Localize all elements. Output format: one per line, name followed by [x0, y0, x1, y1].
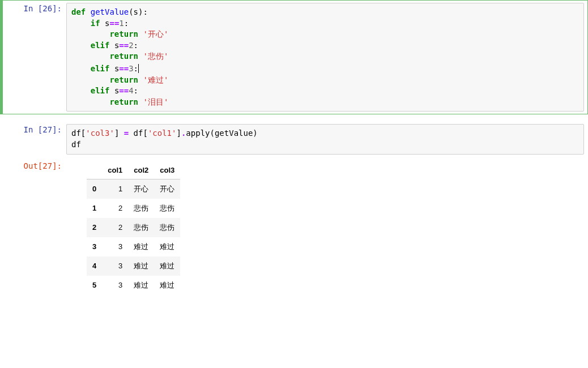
- prompt-in-label: In [26]:: [24, 4, 62, 13]
- cell-value: 开心: [128, 179, 154, 199]
- table-row: 12悲伤悲伤: [87, 199, 180, 218]
- code-text: df: [71, 140, 81, 149]
- cell-value: 悲伤: [128, 218, 154, 237]
- table-header-row: col1 col2 col3: [87, 161, 180, 179]
- colon: :: [124, 19, 129, 28]
- cell-value: 难过: [128, 256, 154, 276]
- cell-value: 难过: [128, 237, 154, 256]
- cell-value: 1: [102, 179, 128, 199]
- prompt-in-label: In [27]:: [24, 125, 62, 134]
- code-cell-27[interactable]: In [27]: df['col3'] = df['col1'].apply(g…: [0, 121, 588, 157]
- colon: :: [134, 41, 138, 50]
- operator-eq: ==: [119, 86, 129, 95]
- string-sad: '悲伤': [143, 52, 168, 61]
- keyword-elif: elif: [91, 64, 110, 73]
- string-tears: '泪目': [143, 97, 168, 106]
- table-row: 53难过难过: [87, 276, 180, 295]
- arg-s: s: [134, 7, 138, 16]
- output-cell-27: Out[27]: col1 col2 col3 01开心开心12悲伤悲伤22悲伤…: [0, 157, 588, 299]
- cell-value: 3: [102, 276, 128, 295]
- output-area: col1 col2 col3 01开心开心12悲伤悲伤22悲伤悲伤33难过难过4…: [66, 158, 587, 298]
- string-upset: '难过': [143, 75, 168, 84]
- num-3: 3: [129, 64, 133, 73]
- code-editor[interactable]: df['col3'] = df['col1'].apply(getValue) …: [66, 124, 584, 154]
- function-name: getValue: [91, 7, 129, 16]
- code-text: ]: [176, 129, 181, 138]
- row-index: 1: [87, 199, 102, 218]
- cell-value: 3: [102, 237, 128, 256]
- keyword-return: return: [109, 52, 138, 61]
- prompt-out-label: Out[27]:: [24, 161, 62, 170]
- colon: :: [143, 7, 147, 16]
- cell-value: 开心: [154, 179, 180, 199]
- cell-value: 难过: [154, 237, 180, 256]
- row-index: 2: [87, 218, 102, 237]
- row-index: 4: [87, 256, 102, 276]
- keyword-def: def: [71, 7, 86, 16]
- input-prompt: In [26]:: [3, 1, 66, 114]
- table-header-col3: col3: [154, 161, 180, 179]
- operator-eq: ==: [119, 64, 129, 73]
- operator-assign: =: [124, 129, 129, 138]
- cell-value: 难过: [154, 256, 180, 276]
- code-text: df[: [71, 129, 86, 138]
- string-col3: 'col3': [86, 129, 114, 138]
- code-text: df[: [129, 129, 148, 138]
- table-header-index: [87, 161, 102, 179]
- row-index: 0: [87, 179, 102, 199]
- cell-value: 2: [102, 218, 128, 237]
- code-text: apply(getValue): [186, 129, 257, 138]
- colon: :: [134, 86, 138, 95]
- table-row: 22悲伤悲伤: [87, 218, 180, 237]
- keyword-return: return: [109, 29, 138, 38]
- keyword-elif: elif: [91, 86, 110, 95]
- table-row: 01开心开心: [87, 179, 180, 199]
- keyword-elif: elif: [91, 41, 110, 50]
- table-row: 33难过难过: [87, 237, 180, 256]
- num-2: 2: [129, 41, 133, 50]
- keyword-return: return: [109, 97, 138, 106]
- colon: :: [134, 64, 138, 73]
- string-happy: '开心': [143, 29, 168, 38]
- row-index: 5: [87, 276, 102, 295]
- num-4: 4: [129, 86, 133, 95]
- cell-value: 悲伤: [154, 199, 180, 218]
- cell-value: 悲伤: [128, 199, 154, 218]
- table-row: 43难过难过: [87, 256, 180, 276]
- num-1: 1: [119, 19, 123, 28]
- table-header-col1: col1: [102, 161, 128, 179]
- code-editor[interactable]: def getValue(s): if s==1: return '开心' el…: [66, 3, 584, 112]
- cell-value: 悲伤: [154, 218, 180, 237]
- code-text: ]: [114, 129, 124, 138]
- operator-eq: ==: [109, 19, 119, 28]
- keyword-if: if: [91, 19, 100, 28]
- text-cursor: [138, 64, 139, 73]
- input-prompt: In [27]:: [3, 122, 66, 156]
- paren-open: (: [129, 7, 133, 16]
- code-cell-26[interactable]: In [26]: def getValue(s): if s==1: retur…: [0, 0, 588, 114]
- keyword-return: return: [109, 75, 138, 84]
- string-col1: 'col1': [148, 129, 177, 138]
- cell-value: 难过: [154, 276, 180, 295]
- table-header-col2: col2: [128, 161, 154, 179]
- cell-value: 2: [102, 199, 128, 218]
- operator-eq: ==: [119, 41, 129, 50]
- cell-value: 3: [102, 256, 128, 276]
- output-prompt: Out[27]:: [3, 158, 66, 298]
- cell-value: 难过: [128, 276, 154, 295]
- dataframe-table: col1 col2 col3 01开心开心12悲伤悲伤22悲伤悲伤33难过难过4…: [87, 161, 180, 295]
- row-index: 3: [87, 237, 102, 256]
